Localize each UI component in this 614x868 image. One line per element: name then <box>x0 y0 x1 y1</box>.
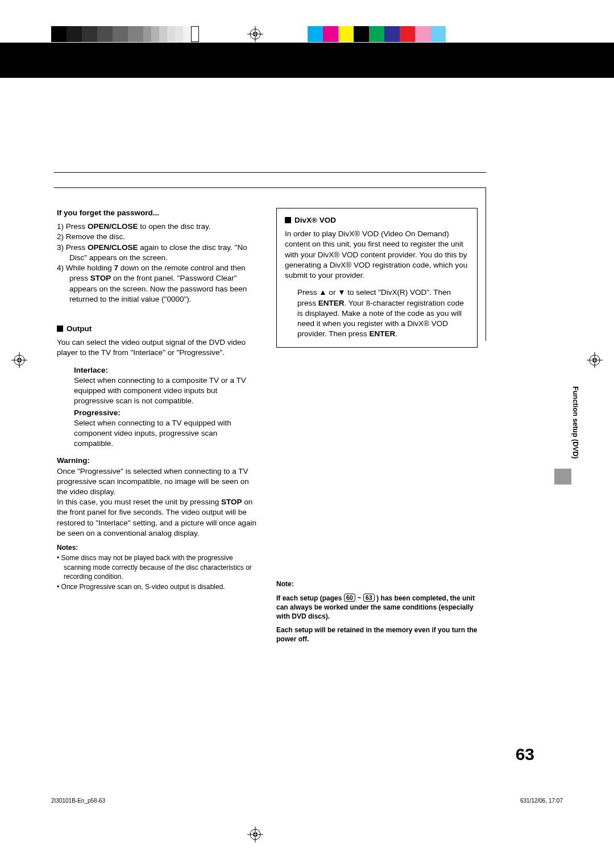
step-item: 3) Press OPEN/CLOSE again to close the d… <box>57 243 258 263</box>
print-footer: 2I30101B-En_p58-63 63 1/12/06, 17:07 <box>51 797 563 805</box>
notes-list: Some discs may not be played back with t… <box>57 553 258 591</box>
note-item: Some discs may not be played back with t… <box>57 553 258 581</box>
step-item: 2) Remove the disc. <box>57 232 258 242</box>
color-bar-colors <box>308 26 446 42</box>
interlace-body: Select when connecting to a composite TV… <box>74 375 258 407</box>
page-ref-icon: 60 <box>344 594 355 602</box>
divx-body: Press ▲ or ▼ to select "DivX(R) VOD". Th… <box>285 287 469 339</box>
page-ref-icon: 63 <box>363 594 375 602</box>
interlace-block: Interlace: Select when connecting to a c… <box>57 365 258 407</box>
registration-mark-icon <box>11 352 27 368</box>
progressive-block: Progressive: Select when connecting to a… <box>57 408 258 449</box>
forgot-password-steps: 1) Press OPEN/CLOSE to open the disc tra… <box>57 222 258 304</box>
registration-mark-icon <box>587 352 603 368</box>
warning-label: Warning: <box>57 456 258 466</box>
interlace-label: Interlace: <box>74 365 258 375</box>
footer-page: 63 <box>520 797 526 805</box>
footer-filename: 2I30101B-En_p58-63 <box>51 797 452 805</box>
progressive-body: Select when connecting to a TV equipped … <box>74 418 258 449</box>
divx-box: DivX® VOD In order to play DivX® VOD (Vi… <box>276 208 478 348</box>
step-item: 4) While holding 7 down on the remote co… <box>57 263 258 304</box>
progressive-label: Progressive: <box>74 408 258 418</box>
footer-timestamp: 1/12/06, 17:07 <box>526 797 563 805</box>
forgot-password-heading: If you forget the password... <box>57 208 258 218</box>
bottom-note-line1: If each setup (pages 60 ~ 63 ) has been … <box>276 594 478 621</box>
page-number: 63 <box>516 743 534 766</box>
bottom-note-line2: Each setup will be retained in the memor… <box>276 625 478 644</box>
page-root: Function setup (DVD) If you forget the p… <box>0 0 614 868</box>
section-tab-marker <box>554 469 571 485</box>
section-tab-label: Function setup (DVD) <box>570 386 580 489</box>
bottom-note-label: Note: <box>276 579 478 589</box>
registration-mark-icon <box>247 827 263 842</box>
note-item: Once Progressive scan on, S-video output… <box>57 582 258 591</box>
document-body: If you forget the password... 1) Press O… <box>57 170 478 644</box>
warning-body-1: Once "Progressive" is selected when conn… <box>57 466 258 498</box>
left-column: If you forget the password... 1) Press O… <box>57 208 258 644</box>
divx-heading: DivX® VOD <box>285 215 469 226</box>
color-bar-grayscale <box>51 26 199 42</box>
output-intro: You can select the video output signal o… <box>57 337 258 358</box>
output-heading: Output <box>57 324 258 334</box>
right-column: DivX® VOD In order to play DivX® VOD (Vi… <box>276 208 478 644</box>
notes-label: Notes: <box>57 543 258 552</box>
divx-intro: In order to play DivX® VOD (Video On Dem… <box>285 229 469 281</box>
warning-body-2: In this case, you must reset the unit by… <box>57 497 258 539</box>
registration-mark-icon <box>247 26 263 42</box>
header-black-band <box>0 43 614 78</box>
frame-right-line <box>486 187 486 341</box>
step-item: 1) Press OPEN/CLOSE to open the disc tra… <box>57 222 258 232</box>
